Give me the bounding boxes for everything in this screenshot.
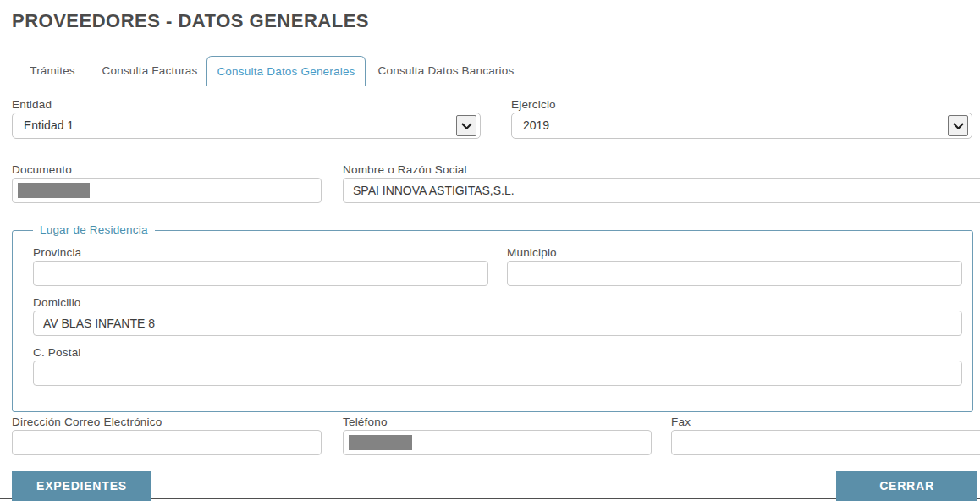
nombre-razon-social-input[interactable] xyxy=(343,178,980,203)
fax-label: Fax xyxy=(671,416,691,428)
municipio-label: Municipio xyxy=(507,246,557,259)
nombre-razon-social-label: Nombre o Razón Social xyxy=(343,163,467,176)
expedientes-button[interactable]: EXPEDIENTES xyxy=(12,471,151,501)
provincia-input[interactable] xyxy=(33,261,488,286)
entidad-select[interactable]: Entidad 1 xyxy=(12,113,481,139)
ejercicio-select-value: 2019 xyxy=(523,113,549,138)
tab-tramites[interactable]: Trámites xyxy=(12,56,93,85)
tab-consulta-datos-bancarios[interactable]: Consulta Datos Bancarios xyxy=(366,56,526,85)
redacted-value xyxy=(349,435,412,450)
codigo-postal-input[interactable] xyxy=(33,361,962,386)
entidad-label: Entidad xyxy=(12,98,52,111)
tab-consulta-datos-generales[interactable]: Consulta Datos Generales xyxy=(206,56,366,86)
email-input[interactable] xyxy=(12,430,322,455)
chevron-down-icon xyxy=(948,115,968,136)
ejercicio-select[interactable]: 2019 xyxy=(511,113,972,139)
cerrar-button[interactable]: CERRAR xyxy=(836,471,977,501)
entidad-select-value: Entidad 1 xyxy=(24,113,74,138)
tab-consulta-facturas[interactable]: Consulta Facturas xyxy=(93,56,206,85)
redacted-value xyxy=(18,183,90,198)
municipio-input[interactable] xyxy=(507,261,962,286)
fax-input[interactable] xyxy=(671,430,980,455)
codigo-postal-label: C. Postal xyxy=(33,346,81,359)
documento-label: Documento xyxy=(12,163,72,176)
proveedores-datos-generales-window: PROVEEDORES - DATOS GENERALES Trámites C… xyxy=(0,0,980,501)
lugar-de-residencia-legend: Lugar de Residencia xyxy=(33,223,155,236)
lugar-de-residencia-group: Lugar de Residencia Provincia Municipio … xyxy=(12,230,973,412)
ejercicio-label: Ejercicio xyxy=(511,98,556,111)
provincia-label: Provincia xyxy=(33,246,81,259)
page-title: PROVEEDORES - DATOS GENERALES xyxy=(12,10,369,32)
domicilio-label: Domicilio xyxy=(33,296,81,309)
email-label: Dirección Correo Electrónico xyxy=(12,416,162,428)
chevron-down-icon xyxy=(456,115,476,136)
telefono-label: Teléfono xyxy=(343,416,388,428)
domicilio-input[interactable] xyxy=(33,311,962,336)
